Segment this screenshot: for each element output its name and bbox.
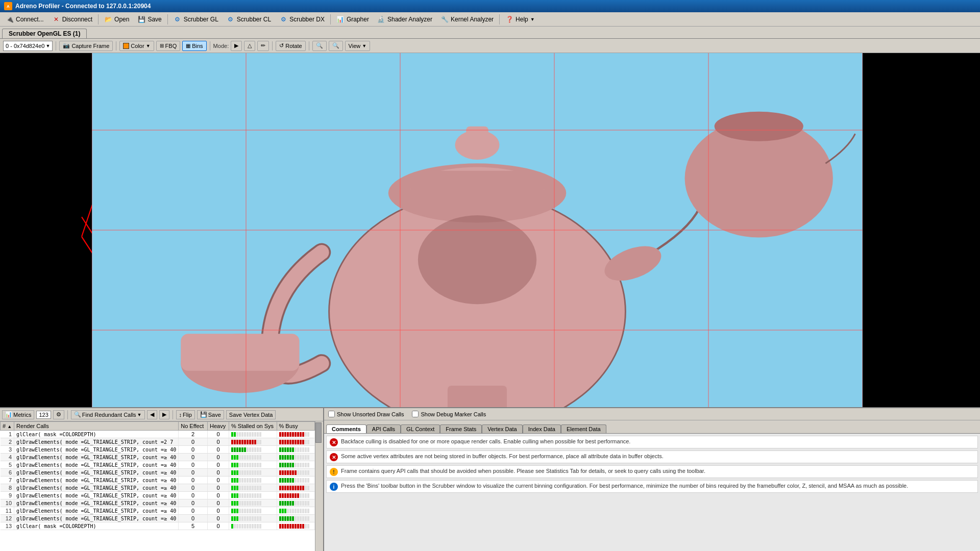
cell-num: 7 (1, 477, 14, 484)
tab-scrubber-gl[interactable]: Scrubber OpenGL ES (1) (2, 29, 87, 38)
tab-gl-context[interactable]: GL Context (401, 424, 440, 433)
table-row[interactable]: 3 glDrawElements( mode =GL_TRIANGLE_STRI… (1, 446, 315, 454)
menu-scrubber-dx[interactable]: ⚙ Scrubber DX (276, 13, 328, 26)
save-vertex-button[interactable]: Save Vertex Data (226, 410, 276, 419)
color-label: Color (131, 43, 144, 49)
table-row[interactable]: 9 glDrawElements( mode =GL_TRIANGLE_STRI… (1, 492, 315, 499)
table-row[interactable]: 7 glDrawElements( mode =GL_TRIANGLE_STRI… (1, 477, 315, 484)
menu-save[interactable]: 💾 Save (134, 13, 165, 26)
menu-connect[interactable]: 🔌 Connect... (2, 13, 47, 26)
show-unsorted-label[interactable]: Show Unsorted Draw Calls (328, 411, 404, 417)
tab-element-data[interactable]: Element Data (561, 424, 606, 433)
settings-icon: ⚙ (56, 411, 61, 418)
metrics-label: Metrics (13, 412, 31, 418)
menu-kernel[interactable]: 🔧 Kernel Analyzer (437, 13, 497, 26)
rc-sep2 (173, 410, 173, 419)
show-debug-label[interactable]: Show Debug Marker Calls (412, 411, 486, 417)
menu-open[interactable]: 📂 Open (101, 13, 133, 26)
comment-icon-error: ✕ (330, 438, 338, 446)
mode-triangle-button[interactable]: △ (244, 41, 255, 51)
view-button[interactable]: View ▼ (345, 41, 371, 51)
cell-name: glDrawElements( mode =GL_TRIANGLE_STRIP,… (14, 446, 179, 454)
grapher-icon: 📊 (336, 15, 345, 23)
flip-button[interactable]: ↕ Flip (176, 410, 195, 419)
cell-busy (277, 477, 315, 484)
cell-noeffect: 0 (179, 477, 208, 484)
cell-busy (277, 469, 315, 477)
cell-stalled (229, 454, 277, 461)
col-header-stalled: % Stalled on Sys (229, 422, 277, 431)
fbq-button[interactable]: ⊞ FBQ (156, 41, 181, 51)
sep3 (330, 14, 331, 24)
frame-dropdown[interactable]: 0 - 0x74d824e0 ▼ (3, 41, 53, 51)
menu-scrubber-cl[interactable]: ⚙ Scrubber CL (223, 13, 275, 26)
table-row[interactable]: 8 glDrawElements( mode =GL_TRIANGLE_STRI… (1, 484, 315, 492)
menu-shader[interactable]: 🔬 Shader Analyzer (374, 13, 436, 26)
table-row[interactable]: 12 glDrawElements( mode =GL_TRIANGLE_STR… (1, 515, 315, 522)
render-calls-table[interactable]: # ▲ Render Calls No Effect (0, 421, 315, 551)
menu-bar: 🔌 Connect... ✕ Disconnect 📂 Open 💾 Save … (0, 12, 980, 27)
table-row[interactable]: 1 glClear( mask =COLORDEPTH) 2 0 (1, 431, 315, 438)
cell-num: 2 (1, 438, 14, 446)
tab-index-data[interactable]: Index Data (523, 424, 561, 433)
table-row[interactable]: 2 glDrawElements( mode =GL_TRIANGLE_STRI… (1, 438, 315, 446)
color-button[interactable]: Color ▼ (119, 41, 154, 51)
find-redundant-button[interactable]: 🔍 Find Redundant Calls ▼ (71, 410, 145, 419)
tab-comments[interactable]: Comments (326, 424, 366, 433)
menu-scrubber-gl[interactable]: ⚙ Scrubber GL (170, 13, 222, 26)
comment-text: Backface culling is disabled for one or … (341, 438, 630, 445)
cell-noeffect: 0 (179, 484, 208, 492)
bins-button[interactable]: ▦ Bins (182, 41, 206, 51)
tab-label: Scrubber OpenGL ES (1) (9, 30, 80, 37)
capture-frame-button[interactable]: 📷 Capture Frame (59, 41, 113, 51)
table-row[interactable]: 10 glDrawElements( mode =GL_TRIANGLE_STR… (1, 499, 315, 507)
zoom-in-button[interactable]: 🔍 (312, 41, 327, 51)
settings-button[interactable]: ⚙ (53, 410, 64, 419)
metrics-button[interactable]: 📊 Metrics (2, 410, 34, 419)
sep1 (98, 14, 99, 24)
viewport-left-black (0, 53, 92, 407)
svg-rect-8 (410, 171, 544, 215)
cell-noeffect: 5 (179, 522, 208, 530)
tab-api-calls[interactable]: API Calls (366, 424, 401, 433)
table-row[interactable]: 13 glClear( mask =COLORDEPTH) 5 0 (1, 522, 315, 530)
table-row[interactable]: 11 glDrawElements( mode =GL_TRIANGLE_STR… (1, 507, 315, 515)
menu-disconnect[interactable]: ✕ Disconnect (48, 13, 96, 26)
cell-noeffect: 2 (179, 431, 208, 438)
table-row[interactable]: 5 glDrawElements( mode =GL_TRIANGLE_STRI… (1, 461, 315, 469)
save-icon: 💾 (137, 15, 145, 23)
zoom-out-button[interactable]: 🔍 (329, 41, 343, 51)
tab-frame-stats[interactable]: Frame Stats (440, 424, 482, 433)
table-row[interactable]: 4 glDrawElements( mode =GL_TRIANGLE_STRI… (1, 454, 315, 461)
render-calls-scrollbar[interactable] (315, 421, 323, 551)
cell-num: 13 (1, 522, 14, 530)
cell-heavy: 0 (208, 484, 229, 492)
menu-scrubber-dx-label: Scrubber DX (289, 16, 325, 23)
show-debug-checkbox[interactable] (412, 411, 419, 417)
mode-pointer-button[interactable]: ▶ (231, 41, 242, 51)
cell-noeffect: 0 (179, 469, 208, 477)
table-row[interactable]: 6 glDrawElements( mode =GL_TRIANGLE_STRI… (1, 469, 315, 477)
shader-icon: 🔬 (377, 15, 385, 23)
comments-content[interactable]: ✕ Backface culling is disabled for one o… (324, 434, 980, 551)
comment-text: Press the 'Bins' toolbar button in the S… (341, 482, 908, 490)
cell-noeffect: 0 (179, 492, 208, 499)
next-button[interactable]: ▶ (159, 410, 169, 419)
col-header-heavy: Heavy (208, 422, 229, 431)
tab-vertex-data[interactable]: Vertex Data (482, 424, 522, 433)
mode-draw-button[interactable]: ✏ (257, 41, 269, 51)
comment-row: ✕ Some active vertex attributes are not … (326, 450, 978, 463)
flip-icon: ↕ (179, 412, 182, 418)
rotate-button[interactable]: ↺ Rotate (276, 41, 305, 51)
menu-grapher[interactable]: 📊 Grapher (333, 13, 373, 26)
toolbar-sep5 (309, 41, 309, 51)
prev-button[interactable]: ◀ (147, 410, 157, 419)
save-rc-button[interactable]: 💾 Save (197, 410, 224, 419)
viewport (0, 53, 980, 407)
show-unsorted-checkbox[interactable] (328, 411, 335, 417)
cell-stalled (229, 515, 277, 522)
bins-icon: ▦ (186, 43, 190, 48)
cell-noeffect: 0 (179, 461, 208, 469)
menu-help[interactable]: ❓ Help ▼ (502, 13, 538, 26)
frame-value: 0 - 0x74d824e0 (6, 43, 44, 49)
